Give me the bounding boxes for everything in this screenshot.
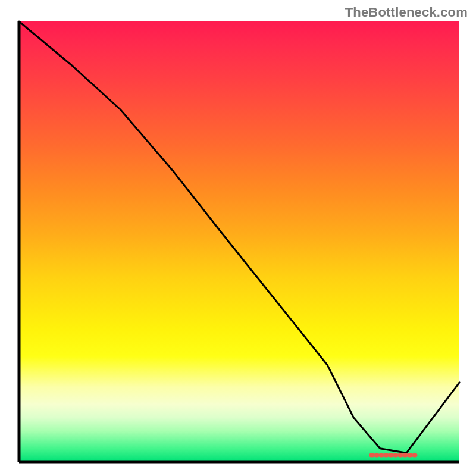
chart-container: TheBottleneck.com xyxy=(0,0,476,476)
watermark-text: TheBottleneck.com xyxy=(345,5,468,20)
plot-gradient-background xyxy=(19,21,459,462)
